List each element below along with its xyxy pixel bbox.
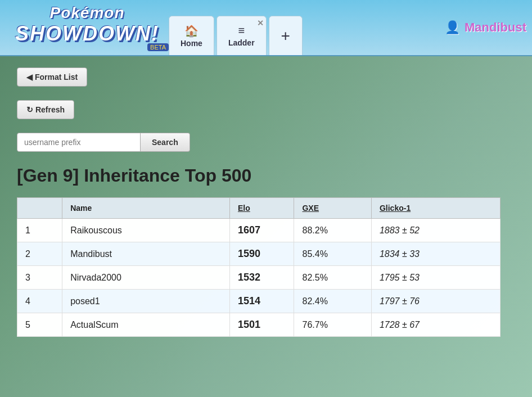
cell-glicko: 1883 ± 52 xyxy=(371,219,500,242)
cell-gxe: 88.2% xyxy=(294,219,371,242)
ladder-icon: ≡ xyxy=(238,24,245,37)
logo-beta: BETA xyxy=(147,43,169,51)
username-label: Mandibust xyxy=(465,20,526,35)
home-icon: 🏠 xyxy=(184,24,199,38)
logo-area: Pokémon SHOWDOWN! BETA xyxy=(6,4,169,51)
cell-rank: 1 xyxy=(17,219,62,242)
table-row: 1 Raikouscous 1607 88.2% 1883 ± 52 xyxy=(17,219,501,242)
col-name: Name xyxy=(62,198,230,219)
tab-ladder-label: Ladder xyxy=(228,38,255,47)
col-glicko[interactable]: Glicko-1 xyxy=(371,198,500,219)
tab-ladder[interactable]: ✕ ≡ Ladder xyxy=(217,16,267,55)
cell-rank: 4 xyxy=(17,290,62,313)
cell-name: ActualScum xyxy=(62,313,230,337)
cell-elo: 1501 xyxy=(229,313,294,337)
cell-name: Mandibust xyxy=(62,242,230,266)
cell-gxe: 76.7% xyxy=(294,313,371,337)
tab-home[interactable]: 🏠 Home xyxy=(169,16,214,55)
cell-name: Raikouscous xyxy=(62,219,230,242)
close-icon[interactable]: ✕ xyxy=(257,19,264,28)
table-row: 4 posed1 1514 82.4% 1797 ± 76 xyxy=(17,290,501,313)
user-area[interactable]: 👤 Mandibust xyxy=(445,20,526,35)
add-tab-button[interactable]: + xyxy=(269,16,303,55)
table-header-row: Name Elo GXE Glicko-1 xyxy=(17,198,501,219)
logo-showdown: SHOWDOWN! xyxy=(15,22,159,46)
cell-name: posed1 xyxy=(62,290,230,313)
ladder-table: Name Elo GXE Glicko-1 1 Raikouscous 1607… xyxy=(17,197,501,337)
cell-glicko: 1834 ± 33 xyxy=(371,242,500,266)
cell-rank: 5 xyxy=(17,313,62,337)
refresh-button[interactable]: ↻ Refresh xyxy=(17,100,74,119)
add-tab-label: + xyxy=(281,27,290,45)
cell-elo: 1590 xyxy=(229,242,294,266)
tab-home-label: Home xyxy=(181,39,202,48)
main-content: ◀ Format List ↻ Refresh Search [Gen 9] I… xyxy=(0,56,532,397)
format-list-label: ◀ Format List xyxy=(26,73,78,82)
cell-gxe: 85.4% xyxy=(294,242,371,266)
cell-name: Nirvada2000 xyxy=(62,266,230,290)
table-row: 3 Nirvada2000 1532 82.5% 1795 ± 53 xyxy=(17,266,501,290)
cell-gxe: 82.4% xyxy=(294,290,371,313)
cell-gxe: 82.5% xyxy=(294,266,371,290)
search-button[interactable]: Search xyxy=(141,133,190,152)
nav-tabs: 🏠 Home ✕ ≡ Ladder + xyxy=(169,0,303,55)
refresh-label: ↻ Refresh xyxy=(26,105,65,114)
logo-pokemon: Pokémon xyxy=(49,4,124,22)
page-title: [Gen 9] Inheritance Top 500 xyxy=(17,165,515,186)
search-input[interactable] xyxy=(17,133,141,152)
user-icon: 👤 xyxy=(445,20,460,35)
cell-rank: 2 xyxy=(17,242,62,266)
cell-glicko: 1728 ± 67 xyxy=(371,313,500,337)
content-panel: ◀ Format List ↻ Refresh Search [Gen 9] I… xyxy=(0,56,532,348)
cell-rank: 3 xyxy=(17,266,62,290)
cell-elo: 1532 xyxy=(229,266,294,290)
search-label: Search xyxy=(152,138,178,147)
col-elo[interactable]: Elo xyxy=(229,198,294,219)
search-area: Search xyxy=(17,133,515,152)
format-list-button[interactable]: ◀ Format List xyxy=(17,67,87,87)
col-rank xyxy=(17,198,62,219)
table-row: 2 Mandibust 1590 85.4% 1834 ± 33 xyxy=(17,242,501,266)
col-gxe[interactable]: GXE xyxy=(294,198,371,219)
header: Pokémon SHOWDOWN! BETA 🏠 Home ✕ ≡ Ladder… xyxy=(0,0,532,56)
cell-glicko: 1797 ± 76 xyxy=(371,290,500,313)
cell-glicko: 1795 ± 53 xyxy=(371,266,500,290)
cell-elo: 1514 xyxy=(229,290,294,313)
table-row: 5 ActualScum 1501 76.7% 1728 ± 67 xyxy=(17,313,501,337)
cell-elo: 1607 xyxy=(229,219,294,242)
